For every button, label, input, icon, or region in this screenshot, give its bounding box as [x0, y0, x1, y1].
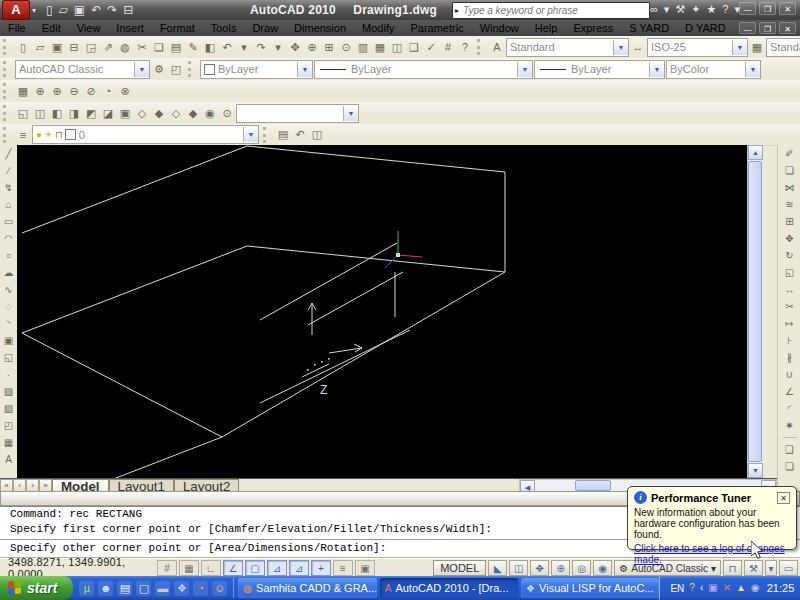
minimize-button[interactable]: — — [739, 2, 756, 15]
chevron-down-icon[interactable]: ▼ — [649, 62, 664, 77]
tray-error-icon[interactable]: ✕ — [723, 581, 731, 595]
save-icon[interactable]: ▣ — [74, 3, 85, 17]
snap-toggle[interactable]: # — [157, 560, 177, 576]
explorer-icon[interactable]: ❖ — [174, 581, 189, 596]
close-button[interactable]: ✕ — [779, 2, 796, 15]
doc-restore-button[interactable]: ❐ — [759, 22, 776, 34]
steering-wheel-icon[interactable]: ◎ — [572, 560, 591, 576]
layer-properties-manager-icon[interactable]: ≡ — [15, 126, 31, 144]
array-icon[interactable]: ⊞ — [781, 213, 798, 230]
pan-icon[interactable]: ✥ — [530, 560, 549, 576]
mirror-icon[interactable]: ⋈ — [781, 179, 798, 196]
zoom-window-icon[interactable]: ⊞ — [321, 38, 337, 56]
rotate-icon[interactable]: ↻ — [781, 247, 798, 264]
toolbar-grip[interactable] — [477, 39, 485, 55]
menu-file[interactable]: File — [0, 22, 34, 34]
otrack-toggle[interactable]: ⊿ — [267, 560, 287, 576]
designcenter-icon[interactable]: ▦ — [372, 38, 388, 56]
erase-icon[interactable]: ✐ — [781, 145, 798, 162]
linetype-control-combo[interactable]: ByLayer ▼ — [314, 60, 533, 79]
bottom-view-icon[interactable]: ◧ — [49, 104, 65, 122]
menu-insert[interactable]: Insert — [108, 22, 152, 34]
smiley-icon[interactable]: ☺ — [212, 581, 227, 596]
search-binoculars-icon[interactable]: ∞ — [650, 3, 658, 15]
tray-collapse-chevron-icon[interactable]: ‹ — [700, 581, 703, 595]
menu-modify[interactable]: Modify — [354, 22, 402, 34]
menu-express[interactable]: Express — [565, 22, 621, 34]
layer-on-bulb-icon[interactable]: ● — [36, 129, 42, 140]
paste-icon[interactable]: ▤ — [168, 38, 184, 56]
sw-isometric-icon[interactable]: ◇ — [134, 104, 150, 122]
grid-toggle[interactable]: ▦ — [179, 560, 199, 576]
table-icon[interactable]: ▦ — [1, 434, 16, 451]
menu-s-yard[interactable]: S YARD — [621, 22, 677, 34]
plot-icon[interactable]: ⊟ — [123, 3, 133, 17]
menu-draw[interactable]: Draw — [244, 22, 286, 34]
redo-icon[interactable]: ↷ — [107, 3, 117, 17]
mtext-icon[interactable]: A — [1, 451, 16, 468]
qnew-icon[interactable]: ▯ — [15, 38, 31, 56]
delete-view-icon[interactable]: ⊗ — [117, 82, 133, 100]
tray-help-icon[interactable]: ? — [689, 581, 695, 595]
ellipse-icon[interactable]: ◌ — [1, 298, 16, 315]
hatch-icon[interactable]: ▨ — [1, 383, 16, 400]
zoom-previous-icon[interactable]: ⊙ — [338, 38, 354, 56]
toolbar-grip[interactable] — [188, 61, 196, 77]
globe-view-icon[interactable]: ◔ — [100, 82, 116, 100]
toolbar-grip[interactable] — [3, 127, 11, 143]
clock[interactable]: 21:25 — [767, 582, 795, 594]
vertical-scroll-thumb[interactable] — [748, 161, 762, 462]
bring-to-front-icon[interactable]: ❑ — [781, 441, 798, 458]
revision-cloud-icon[interactable]: ☁ — [1, 264, 16, 281]
text-style-combo[interactable]: Standard ▼ — [506, 38, 629, 57]
block-editor-icon[interactable]: ◧ — [202, 38, 218, 56]
cut-icon[interactable]: ✂ — [134, 38, 150, 56]
layer-states-icon[interactable]: ▤ — [275, 126, 291, 144]
undo-icon[interactable]: ↶ — [219, 38, 235, 56]
gradient-icon[interactable]: ▧ — [1, 400, 16, 417]
circle-icon[interactable]: ○ — [1, 247, 16, 264]
polygon-icon[interactable]: ⌂ — [1, 196, 16, 213]
tool-palettes-icon[interactable]: ◫ — [389, 38, 405, 56]
chevron-down-icon[interactable]: ▼ — [243, 127, 258, 142]
viewports-dialog-icon[interactable]: ▦ — [15, 82, 31, 100]
media-player-icon[interactable]: ◔ — [193, 581, 208, 596]
menu-view[interactable]: View — [69, 22, 109, 34]
menu-window[interactable]: Window — [472, 22, 527, 34]
point-icon[interactable]: ∙ — [1, 366, 16, 383]
open-icon[interactable]: ▱ — [59, 3, 68, 17]
nw-isometric-icon[interactable]: ◆ — [185, 104, 201, 122]
doc-minimize-button[interactable]: — — [739, 22, 756, 34]
sheet-set-manager-icon[interactable]: ❑ — [406, 38, 422, 56]
chevron-down-icon[interactable]: ▼ — [134, 62, 149, 77]
showmotion-icon[interactable]: ◉ — [593, 560, 612, 576]
create-camera-icon[interactable]: ◉ — [202, 104, 218, 122]
construction-line-icon[interactable]: ∕ — [1, 162, 16, 179]
quick-view-layouts-icon[interactable]: ◣ — [488, 560, 507, 576]
polar-toggle[interactable]: ∠ — [223, 560, 243, 576]
previous-view-icon[interactable]: ⊙ — [219, 104, 235, 122]
drawing-area[interactable]: Z ▲ ▼ — [17, 145, 762, 478]
open-icon[interactable]: ▱ — [32, 38, 48, 56]
undo-icon[interactable]: ↶ — [91, 3, 101, 17]
zoom-icon[interactable]: ⊕ — [551, 560, 570, 576]
save-icon[interactable]: ▣ — [49, 38, 65, 56]
se-isometric-icon[interactable]: ◆ — [151, 104, 167, 122]
search-caret-icon[interactable]: ▾ — [664, 3, 670, 16]
task-vlisp[interactable]: ❖ Visual LISP for AutoC... — [521, 578, 659, 598]
quick-view-drawings-icon[interactable]: ◫ — [509, 560, 528, 576]
make-block-icon[interactable]: ◱ — [1, 349, 16, 366]
quickcalc-icon[interactable]: # — [440, 38, 456, 56]
chevron-down-icon[interactable]: ▼ — [517, 62, 532, 77]
region-icon[interactable]: ◰ — [1, 417, 16, 434]
line-icon[interactable]: ╱ — [1, 145, 16, 162]
rectangle-icon[interactable]: ▭ — [1, 213, 16, 230]
plot-style-combo[interactable]: ByColor ▼ — [666, 60, 761, 79]
notes-icon[interactable]: ▤ — [117, 581, 132, 596]
chevron-down-icon[interactable]: ▼ — [343, 106, 358, 121]
toolbar-grip[interactable] — [3, 105, 11, 121]
fillet-icon[interactable]: ◜ — [781, 400, 798, 417]
ortho-toggle[interactable]: ∟ — [201, 560, 221, 576]
model-space-button[interactable]: MODEL — [433, 560, 486, 576]
help-question-icon[interactable]: ? — [457, 38, 473, 56]
